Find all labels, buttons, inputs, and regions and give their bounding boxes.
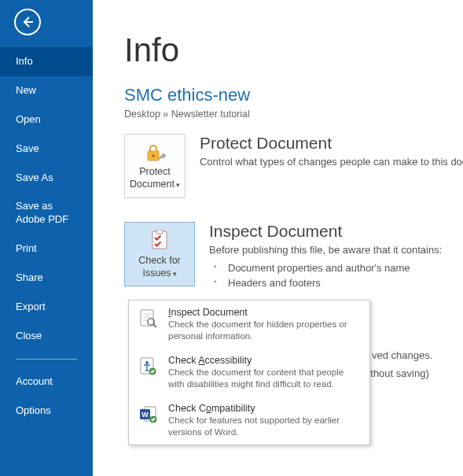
inspect-heading: Inspect Document bbox=[209, 222, 463, 241]
svg-rect-4 bbox=[156, 230, 163, 234]
sidebar-separator bbox=[16, 359, 77, 360]
menu-item-inspect-document[interactable]: Inspect Document Check the document for … bbox=[129, 301, 369, 349]
document-title: SMC ethics-new bbox=[124, 85, 463, 105]
inspect-description: Before publishing this file, be aware th… bbox=[209, 244, 463, 256]
page-title: Info bbox=[124, 31, 463, 69]
protect-document-button[interactable]: Protect Document▾ bbox=[124, 134, 186, 198]
check-for-issues-button[interactable]: Check for Issues▾ bbox=[124, 222, 195, 286]
word-document-icon: W bbox=[138, 404, 160, 426]
partial-text: without saving) bbox=[361, 367, 429, 379]
protect-description: Control what types of changes people can… bbox=[200, 156, 463, 168]
sidebar-item-account[interactable]: Account bbox=[0, 367, 93, 397]
svg-text:W: W bbox=[141, 411, 149, 419]
sidebar-item-close[interactable]: Close bbox=[0, 322, 93, 351]
sidebar: Info New Open Save Save As Save as Adobe… bbox=[0, 47, 93, 476]
inspect-document-section: Check for Issues▾ Inspect Document Befor… bbox=[124, 222, 463, 290]
protect-button-label: Protect Document▾ bbox=[130, 166, 180, 190]
svg-point-2 bbox=[162, 154, 165, 157]
chevron-down-icon: ▾ bbox=[176, 181, 180, 189]
protect-heading: Protect Document bbox=[200, 134, 463, 153]
sidebar-item-share[interactable]: Share bbox=[0, 264, 93, 293]
menu-item-check-compatibility[interactable]: W Check Compatibility Check for features… bbox=[129, 397, 369, 445]
document-check-icon bbox=[148, 230, 171, 252]
menu-item-check-accessibility[interactable]: Check Accessibility Check the document f… bbox=[129, 349, 369, 397]
back-button[interactable] bbox=[14, 9, 41, 35]
menu-item-title: Inspect Document bbox=[168, 307, 362, 318]
back-arrow-icon bbox=[21, 16, 34, 28]
document-search-icon bbox=[138, 308, 160, 330]
lock-icon bbox=[143, 142, 167, 163]
menu-item-title: Check Compatibility bbox=[168, 403, 362, 414]
sidebar-item-info[interactable]: Info bbox=[0, 47, 93, 76]
sidebar-item-open[interactable]: Open bbox=[0, 105, 93, 135]
partial-text: ved changes. bbox=[372, 349, 432, 361]
chevron-down-icon: ▾ bbox=[173, 270, 177, 278]
sidebar-item-new[interactable]: New bbox=[0, 76, 93, 105]
check-for-issues-menu: Inspect Document Check the document for … bbox=[128, 300, 370, 445]
document-accessibility-icon bbox=[138, 356, 160, 378]
protect-document-section: Protect Document▾ Protect Document Contr… bbox=[124, 134, 463, 198]
menu-item-desc: Check for features not supported by earl… bbox=[168, 415, 362, 438]
sidebar-item-print[interactable]: Print bbox=[0, 234, 93, 264]
svg-point-1 bbox=[152, 155, 154, 157]
check-issues-button-label: Check for Issues▾ bbox=[138, 255, 181, 279]
svg-point-12 bbox=[145, 361, 149, 364]
inspect-bullet: Document properties and author's name bbox=[209, 260, 463, 275]
inspect-bullet: Headers and footers bbox=[209, 275, 463, 290]
inspect-bullet-list: Document properties and author's name He… bbox=[209, 260, 463, 290]
sidebar-item-options[interactable]: Options bbox=[0, 397, 93, 426]
breadcrumb: Desktop » Newsletter tutorial bbox=[124, 109, 463, 120]
sidebar-item-save-as-adobe-pdf[interactable]: Save as Adobe PDF bbox=[0, 192, 93, 234]
menu-item-desc: Check the document for content that peop… bbox=[168, 367, 362, 390]
svg-rect-5 bbox=[141, 310, 153, 326]
svg-line-10 bbox=[153, 324, 156, 327]
sidebar-item-save[interactable]: Save bbox=[0, 135, 93, 164]
sidebar-item-export[interactable]: Export bbox=[0, 293, 93, 322]
menu-item-desc: Check the document for hidden properties… bbox=[168, 319, 362, 342]
menu-item-title: Check Accessibility bbox=[168, 355, 362, 366]
sidebar-item-save-as[interactable]: Save As bbox=[0, 164, 93, 193]
